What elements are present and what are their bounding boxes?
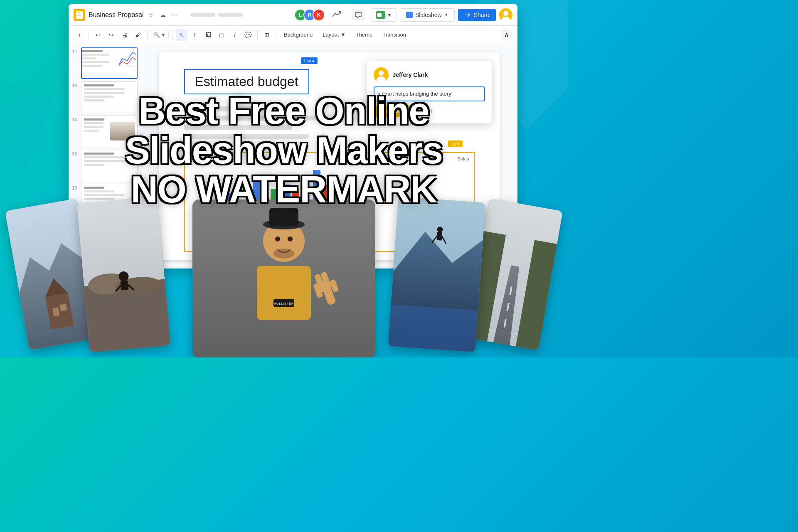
budget-element[interactable]: Liam Estimated budget — [184, 69, 309, 94]
slideshow-button[interactable]: Slideshow ▼ — [400, 8, 455, 22]
toolbar-divider-5 — [276, 30, 276, 40]
meet-label: ▼ — [387, 12, 392, 18]
slide-line — [84, 99, 104, 101]
slide-line — [84, 160, 125, 162]
comment-username: Jeffery Clark — [393, 71, 428, 78]
cloud-icon[interactable]: ☁ — [159, 11, 167, 19]
slide-line — [84, 96, 114, 98]
zoom-percent: ▼ — [161, 32, 166, 38]
comment-cancel-button[interactable]: Cancel — [415, 108, 431, 114]
slide-13-inner — [81, 82, 137, 113]
insert-button[interactable]: ⊞ — [261, 29, 273, 41]
svg-rect-2 — [77, 14, 82, 15]
svg-text:HOLLISTER: HOLLISTER — [274, 302, 294, 305]
lori-cursor-label: Lori — [448, 140, 462, 147]
trending-icon[interactable] — [332, 10, 342, 20]
line-tool[interactable]: / — [229, 29, 241, 41]
svg-marker-5 — [382, 13, 384, 17]
slide-line — [84, 130, 99, 132]
share-button[interactable]: Share — [458, 9, 496, 21]
document-title[interactable]: Business Proposal — [89, 11, 144, 19]
slide-number-13: 13 — [72, 83, 79, 88]
slide-line — [82, 57, 96, 59]
svg-rect-3 — [77, 15, 81, 16]
svg-rect-24 — [120, 281, 128, 290]
print-button[interactable]: 🖨 — [119, 29, 131, 41]
more-icon[interactable]: ⋯ — [170, 11, 179, 19]
slide-line — [82, 54, 109, 56]
slide-preview-12[interactable] — [81, 47, 138, 79]
breadcrumb — [182, 13, 293, 17]
slide-line — [82, 61, 109, 63]
photo-card-center: HOLLISTER — [192, 200, 375, 357]
svg-rect-44 — [388, 304, 478, 352]
content-line — [184, 116, 317, 121]
toolbar-divider-4 — [257, 30, 258, 40]
star-icon[interactable]: ☆ — [147, 11, 155, 19]
transition-button[interactable]: Transition — [378, 30, 410, 39]
svg-rect-46 — [437, 232, 442, 241]
slide-line — [84, 164, 104, 166]
content-line — [184, 125, 292, 130]
svg-rect-18 — [59, 304, 67, 312]
slide-preview-14[interactable] — [81, 116, 138, 147]
content-line — [184, 106, 300, 111]
col-left — [84, 122, 108, 140]
breadcrumb-segment — [218, 13, 243, 17]
slide-line — [82, 65, 103, 67]
comment-tool[interactable]: 💬 — [242, 29, 254, 41]
chart-sales-label: Sales — [458, 156, 469, 161]
slide-content-lines — [184, 106, 317, 139]
slide-14-inner — [81, 116, 137, 147]
image-tool[interactable]: 🖼 — [202, 29, 214, 41]
comment-submit-button[interactable]: Comment — [374, 106, 412, 117]
slide-line — [84, 122, 103, 124]
slide-thumbnail-14[interactable]: 14 — [72, 116, 138, 147]
shape-tool[interactable]: ◻ — [216, 29, 227, 41]
bg-decoration-3 — [0, 73, 52, 169]
svg-point-29 — [275, 236, 280, 241]
text-tool[interactable]: T — [189, 29, 201, 41]
zoom-control[interactable]: 🔍 ▼ — [151, 31, 169, 39]
user-avatar[interactable] — [499, 8, 512, 22]
paint-button[interactable]: 🖌 — [132, 29, 144, 41]
slide-thumbnail-15[interactable]: 15 — [72, 150, 138, 181]
slide-thumbnail-12[interactable]: 12 — [72, 47, 138, 79]
theme-button[interactable]: Theme — [352, 30, 377, 39]
comments-icon[interactable] — [352, 9, 365, 21]
layout-button[interactable]: Layout ▼ — [318, 30, 350, 39]
slide-line — [84, 126, 103, 128]
slideshow-label: Slideshow — [415, 12, 442, 18]
budget-text-box[interactable]: Estimated budget — [184, 69, 309, 94]
slide-12-text-lines — [82, 48, 116, 69]
svg-rect-4 — [377, 13, 382, 17]
slide-thumbnail-13[interactable]: 13 — [72, 81, 138, 113]
comment-user-avatar — [374, 67, 389, 82]
slide-line — [84, 84, 114, 86]
avatar-collaborator-3: K — [313, 9, 325, 21]
photo-collage: HOLLISTER — [0, 183, 568, 357]
slide-15-inner — [81, 150, 137, 181]
app-icon — [74, 9, 85, 21]
comment-input[interactable]: s chart helps bridging the story! — [374, 86, 485, 101]
share-label: Share — [474, 12, 489, 18]
slide-14-cols — [84, 122, 135, 140]
slide-line — [84, 88, 125, 90]
comment-user-row: Jeffery Clark — [374, 67, 485, 82]
cursor-tool[interactable]: ↖ — [176, 29, 187, 41]
add-button[interactable]: + — [74, 29, 85, 41]
background-button[interactable]: Background — [280, 30, 317, 39]
slide-12-chart — [118, 48, 137, 67]
liam-cursor-label: Liam — [301, 57, 318, 64]
collapse-toolbar-button[interactable]: ∧ — [501, 29, 512, 41]
slideshow-caret-icon: ▼ — [444, 12, 448, 17]
slide-preview-13[interactable] — [81, 81, 138, 113]
slide-line — [84, 153, 114, 155]
meet-button[interactable]: ▼ — [372, 8, 397, 22]
slide-line — [84, 156, 125, 158]
redo-button[interactable]: ↪ — [106, 29, 117, 41]
zoom-value: 🔍 — [154, 32, 160, 38]
slide-preview-15[interactable] — [81, 150, 138, 181]
undo-button[interactable]: ↩ — [92, 29, 104, 41]
meet-icon — [376, 11, 385, 19]
